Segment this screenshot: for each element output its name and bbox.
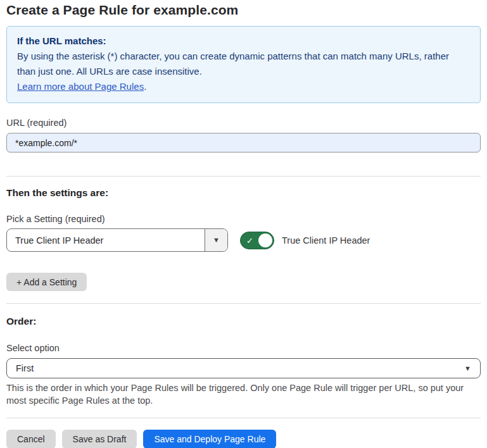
setting-dropdown-caret-box[interactable]: ▼ bbox=[205, 229, 227, 251]
info-box-heading: If the URL matches: bbox=[17, 34, 470, 49]
cancel-button[interactable]: Cancel bbox=[6, 430, 56, 448]
order-select-label: Select option bbox=[6, 343, 481, 353]
url-field-label: URL (required) bbox=[6, 118, 481, 128]
order-section-heading: Order: bbox=[6, 316, 481, 327]
actions-row: Cancel Save as Draft Save and Deploy Pag… bbox=[6, 430, 481, 448]
learn-more-link[interactable]: Learn more about Page Rules bbox=[17, 81, 144, 92]
divider bbox=[6, 176, 481, 177]
true-client-ip-toggle[interactable]: ✓ bbox=[240, 232, 274, 249]
order-select-value: First bbox=[16, 363, 34, 373]
chevron-down-icon: ▼ bbox=[213, 237, 220, 244]
url-match-info-box: If the URL matches: By using the asteris… bbox=[6, 26, 481, 103]
save-as-draft-button[interactable]: Save as Draft bbox=[62, 430, 137, 448]
setting-row: True Client IP Header ▼ ✓ True Client IP… bbox=[6, 228, 481, 252]
url-input[interactable] bbox=[6, 133, 481, 152]
info-box-link-line: Learn more about Page Rules. bbox=[17, 79, 470, 94]
save-and-deploy-button[interactable]: Save and Deploy Page Rule bbox=[143, 430, 276, 448]
link-suffix: . bbox=[144, 81, 146, 92]
setting-dropdown[interactable]: True Client IP Header ▼ bbox=[6, 228, 228, 252]
divider bbox=[6, 303, 481, 304]
setting-dropdown-value: True Client IP Header bbox=[7, 229, 205, 251]
order-help-text: This is the order in which your Page Rul… bbox=[6, 382, 478, 407]
settings-section-heading: Then the settings are: bbox=[6, 187, 481, 199]
order-select[interactable]: First ▼ bbox=[6, 358, 481, 378]
toggle-label: True Client IP Header bbox=[282, 235, 370, 246]
toggle-knob bbox=[258, 233, 272, 247]
toggle-group: ✓ True Client IP Header bbox=[240, 232, 370, 249]
divider bbox=[6, 418, 481, 418]
info-box-body: By using the asterisk (*) character, you… bbox=[17, 49, 470, 79]
check-icon: ✓ bbox=[246, 236, 253, 244]
pick-setting-label: Pick a Setting (required) bbox=[6, 214, 481, 224]
page-title: Create a Page Rule for example.com bbox=[6, 3, 481, 18]
add-setting-button[interactable]: + Add a Setting bbox=[6, 273, 87, 291]
chevron-down-icon: ▼ bbox=[464, 365, 471, 372]
